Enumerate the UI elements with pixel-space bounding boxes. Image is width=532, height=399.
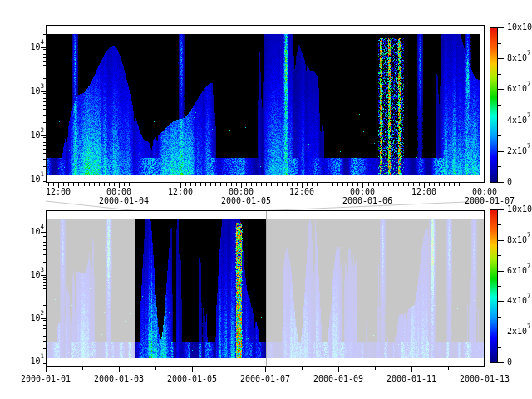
x-minor-tick: [312, 183, 313, 186]
y-tick-label-bottom: 103: [30, 270, 44, 279]
y-minor-tick: [43, 262, 46, 263]
x-minor-tick: [170, 183, 170, 186]
y-minor-tick: [43, 242, 46, 243]
y-minor-tick: [43, 336, 46, 337]
time-tick-label: 12:00: [407, 187, 441, 196]
colorbar-major-tick: [498, 89, 504, 90]
x-minor-tick: [155, 367, 156, 370]
colorbar-minor-tick: [498, 105, 501, 106]
y-tick-label-top: 102: [30, 131, 44, 140]
x-minor-tick: [388, 183, 389, 186]
label-text: 00:00: [229, 187, 254, 196]
y-minor-tick: [43, 142, 46, 143]
exponent: 1: [40, 170, 44, 178]
x-minor-tick: [145, 183, 145, 186]
y-tick-label-bottom: 104: [30, 227, 44, 236]
date-tick-label: 2000-01-05: [218, 196, 274, 205]
colorbar-minor-tick: [498, 347, 501, 348]
y-minor-tick: [43, 52, 46, 52]
x-minor-tick: [307, 183, 308, 186]
y-minor-tick: [43, 61, 46, 62]
x-minor-tick: [160, 183, 160, 186]
colorbar-minor-tick: [498, 74, 501, 75]
colorbar-minor-tick: [498, 166, 501, 167]
exponent: 7: [527, 111, 531, 119]
y-tick-label-top: 103: [30, 86, 44, 96]
y-minor-tick: [43, 27, 46, 27]
x-major-tick: [411, 367, 412, 372]
x-minor-tick: [448, 367, 449, 370]
plot-border-top: [46, 25, 485, 183]
x-minor-tick: [200, 183, 201, 186]
colorbar-tick-label: 6x107: [507, 84, 531, 93]
y-minor-tick: [43, 219, 46, 219]
y-minor-tick: [43, 49, 46, 50]
colorbar-tick-label: 4x107: [507, 296, 531, 305]
label-text: 10x10: [507, 204, 532, 214]
colorbar-major-tick: [498, 151, 504, 152]
x-minor-tick: [328, 183, 328, 186]
date-tick-label: 2000-01-06: [339, 196, 396, 205]
x-minor-tick: [220, 183, 221, 186]
exponent: 4: [40, 223, 44, 230]
label-text: 0: [507, 177, 512, 186]
x-minor-tick: [393, 183, 394, 186]
y-minor-tick: [43, 245, 46, 246]
y-minor-tick: [43, 78, 46, 79]
x-minor-tick: [190, 183, 191, 186]
label-text: 2000-01-06: [342, 196, 392, 205]
x-minor-tick: [287, 183, 288, 186]
label-text: 6x10: [507, 84, 527, 93]
x-minor-tick: [266, 183, 267, 186]
x-minor-tick: [175, 183, 175, 186]
exponent: 7: [527, 49, 531, 57]
x-minor-tick: [256, 183, 257, 186]
y-minor-tick: [43, 288, 46, 289]
x-minor-tick: [465, 183, 466, 186]
x-minor-tick: [140, 183, 140, 186]
exponent: 3: [40, 82, 44, 90]
x-minor-tick: [226, 183, 227, 186]
x-minor-tick: [368, 183, 369, 186]
time-tick-label: 12:00: [285, 187, 318, 196]
x-minor-tick: [342, 183, 343, 186]
y-tick-label-top: 101: [30, 175, 44, 184]
y-minor-tick: [43, 140, 46, 140]
colorbar-tick-label: 0: [507, 177, 512, 186]
x-minor-tick: [89, 183, 90, 186]
y-minor-tick: [43, 93, 46, 94]
label-text: 10: [30, 131, 40, 140]
label-text: 2000-01-05: [221, 196, 271, 205]
y-minor-tick: [43, 145, 46, 146]
y-minor-tick: [43, 166, 46, 167]
y-minor-tick: [43, 282, 46, 283]
y-minor-tick: [43, 105, 46, 106]
x-minor-tick: [282, 183, 283, 186]
label-text: 12:00: [411, 187, 436, 196]
x-minor-tick: [48, 183, 49, 186]
label-text: 0: [507, 357, 512, 367]
x-major-tick: [485, 367, 485, 372]
time-tick-label: 12:00: [164, 187, 197, 196]
y-minor-tick: [43, 279, 46, 280]
label-text: 00:00: [472, 187, 497, 196]
x-minor-tick: [337, 183, 338, 186]
x-major-tick: [119, 367, 120, 372]
y-minor-tick: [43, 34, 46, 35]
label-text: 10: [30, 227, 40, 236]
x-minor-tick: [185, 183, 186, 186]
x-minor-tick: [317, 183, 318, 186]
colorbar-major-tick: [498, 182, 504, 183]
label-text: 2000-01-04: [99, 196, 149, 205]
x-minor-tick: [205, 183, 206, 186]
x-minor-tick: [454, 183, 455, 186]
label-text: 10: [30, 175, 40, 184]
y-minor-tick: [43, 320, 46, 321]
label-text: 12:00: [168, 187, 193, 196]
label-text: 8x10: [507, 235, 527, 244]
date-tick-label: 2000-01-13: [456, 374, 513, 383]
label-text: 10x10: [507, 22, 532, 32]
colorbar-major-tick: [498, 27, 504, 28]
label-text: 10: [30, 86, 40, 96]
label-text: 8x10: [507, 53, 527, 62]
